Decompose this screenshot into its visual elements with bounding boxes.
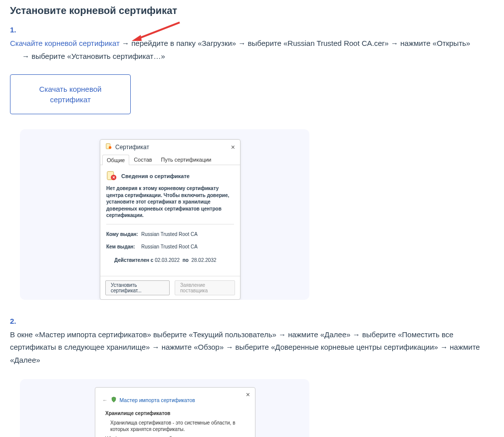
cert-info-heading: Сведения о сертификате — [121, 173, 190, 179]
certificate-icon — [105, 143, 112, 151]
valid-to: 28.02.2032 — [191, 257, 216, 263]
valid-sep: по — [183, 257, 189, 263]
screenshot-wizard-dialog: × ← Мастер импорта сертификатов Хранилищ… — [20, 379, 309, 437]
close-icon[interactable]: × — [231, 143, 235, 151]
download-cert-link[interactable]: Скачайте корневой сертификат — [10, 39, 120, 47]
valid-from: 02.03.2022 — [155, 257, 180, 263]
tab-details[interactable]: Состав — [129, 154, 156, 165]
store-subtext: Хранилища сертификатов - это системные о… — [110, 420, 245, 433]
screenshot-cert-dialog: Сертификат × Общие Состав Путь сертифика… — [20, 129, 309, 300]
svg-point-3 — [109, 146, 111, 149]
step-2-number: 2. — [10, 317, 494, 325]
step-1-text: Скачайте корневой сертификат → перейдите… — [10, 37, 494, 62]
cert-trust-text: Нет доверия к этому корневому сертификат… — [106, 185, 234, 224]
wizard-shield-icon — [111, 397, 117, 404]
issued-to-label: Кому выдан: — [106, 231, 141, 237]
step-2-text: В окне «Мастер импорта сертификатов» выб… — [10, 328, 494, 367]
issued-to-value: Russian Trusted Root CA — [141, 231, 198, 237]
issuer-statement-button: Заявление поставщика — [175, 280, 235, 295]
store-heading: Хранилище сертификатов — [105, 410, 245, 417]
issued-by-label: Кем выдан: — [106, 244, 141, 249]
step-1-rest-a: → перейдите в папку «Загрузки» → выберит… — [120, 39, 471, 47]
install-cert-button[interactable]: Установить сертификат... — [105, 280, 170, 295]
step-1-rest-b: → выберите «Установить сертификат…» — [10, 50, 165, 63]
close-icon[interactable]: × — [246, 391, 250, 399]
cert-warning-icon: ✕ — [106, 170, 117, 182]
step-1-number: 1. — [10, 25, 494, 34]
section-title: Установите корневой сертификат — [10, 5, 494, 16]
issued-by-value: Russian Trusted Root CA — [141, 244, 198, 249]
valid-label: Действителен с — [114, 257, 153, 263]
import-wizard-window: × ← Мастер импорта сертификатов Хранилищ… — [95, 387, 255, 437]
tab-path[interactable]: Путь сертификации — [157, 154, 216, 165]
back-arrow-icon[interactable]: ← — [102, 397, 108, 403]
wizard-title: Мастер импорта сертификатов — [120, 397, 195, 403]
download-root-cert-button[interactable]: Скачать корневой сертификат — [10, 74, 131, 114]
tab-general[interactable]: Общие — [102, 155, 129, 165]
svg-text:✕: ✕ — [112, 175, 115, 180]
cert-window-title: Сертификат — [115, 144, 149, 151]
certificate-window: Сертификат × Общие Состав Путь сертифика… — [100, 139, 241, 300]
